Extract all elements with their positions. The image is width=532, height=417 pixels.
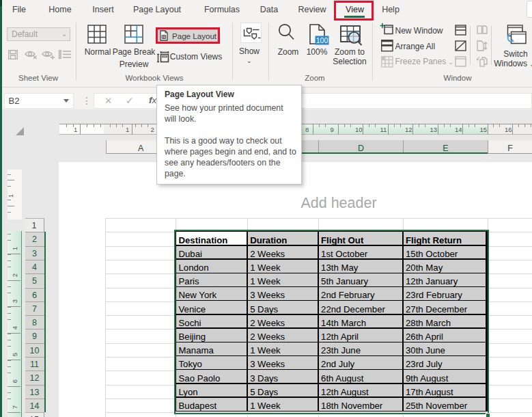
svg-text:100: 100 <box>316 36 328 44</box>
